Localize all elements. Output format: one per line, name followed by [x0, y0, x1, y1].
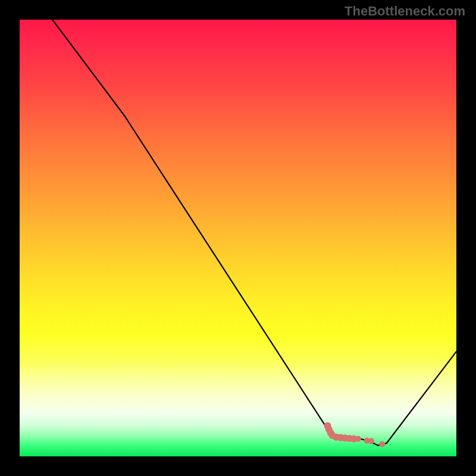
watermark-text: TheBottleneck.com	[345, 4, 465, 19]
scatter-markers	[324, 422, 386, 447]
scatter-point	[368, 438, 374, 444]
chart-svg	[20, 20, 456, 456]
bottleneck-curve	[20, 20, 456, 446]
scatter-point	[379, 441, 385, 447]
scatter-point	[355, 436, 361, 442]
plot-area	[20, 20, 456, 456]
